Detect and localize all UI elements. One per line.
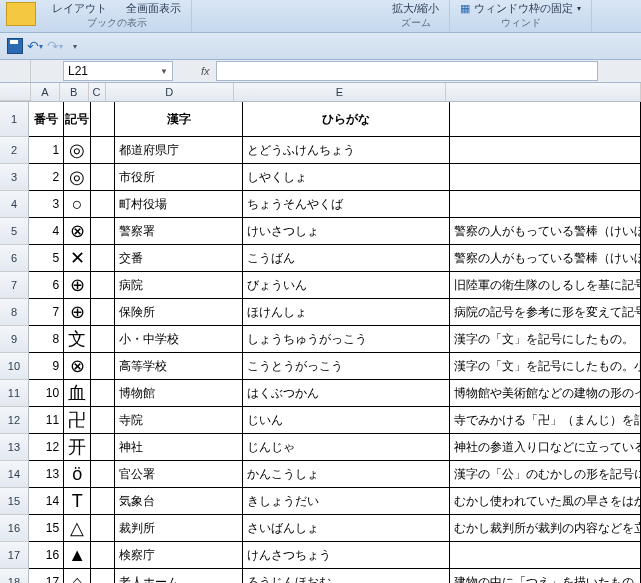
cell-description[interactable]: 病院の記号を参考に形を変えて記号にし xyxy=(450,299,641,326)
cell[interactable] xyxy=(91,272,115,299)
cell-symbol[interactable]: ◎ xyxy=(64,164,91,191)
cell-symbol[interactable]: ⊗ xyxy=(64,218,91,245)
fullscreen-btn[interactable]: 全画面表示 xyxy=(126,1,181,16)
col-header[interactable]: A xyxy=(31,83,60,101)
cell-kanji[interactable]: 都道府県庁 xyxy=(115,137,243,164)
cell-number[interactable]: 13 xyxy=(29,461,64,488)
cell-description[interactable]: 寺でみかける「卍」（まんじ）を記号にした xyxy=(450,407,641,434)
cell-kanji[interactable]: 保険所 xyxy=(115,299,243,326)
corner-cell[interactable] xyxy=(0,83,31,101)
row-header[interactable]: 12 xyxy=(0,407,29,434)
cell-hiragana[interactable]: ちょうそんやくば xyxy=(243,191,450,218)
row-header[interactable]: 17 xyxy=(0,542,29,569)
row-header[interactable]: 9 xyxy=(0,326,29,353)
cell-hiragana[interactable]: さいばんしょ xyxy=(243,515,450,542)
cell[interactable] xyxy=(91,380,115,407)
cell-symbol[interactable]: 开 xyxy=(64,434,91,461)
cell-description[interactable] xyxy=(450,137,641,164)
row-header[interactable]: 13 xyxy=(0,434,29,461)
cell-hiragana[interactable]: こうとうがっこう xyxy=(243,353,450,380)
header-cell[interactable] xyxy=(450,102,641,137)
col-header[interactable]: E xyxy=(234,83,446,101)
cell[interactable] xyxy=(91,515,115,542)
cell-symbol[interactable]: ö xyxy=(64,461,91,488)
cell-description[interactable]: 神社の参道入り口などに立っている鳥居 xyxy=(450,434,641,461)
cell-kanji[interactable]: 検察庁 xyxy=(115,542,243,569)
cell-description[interactable]: 博物館や美術館などの建物の形のイメー xyxy=(450,380,641,407)
cell-number[interactable]: 3 xyxy=(29,191,64,218)
col-header[interactable] xyxy=(446,83,641,101)
cell-symbol[interactable]: ⊗ xyxy=(64,353,91,380)
row-header[interactable]: 18 xyxy=(0,569,29,583)
cell-description[interactable] xyxy=(450,164,641,191)
cell-kanji[interactable]: 裁判所 xyxy=(115,515,243,542)
cell-kanji[interactable]: 町村役場 xyxy=(115,191,243,218)
cell-description[interactable]: むかし裁判所が裁判の内容などを立て札 xyxy=(450,515,641,542)
row-header[interactable]: 1 xyxy=(0,102,29,137)
cell-description[interactable]: 警察の人がもっている警棒（けいぼう）（も xyxy=(450,245,641,272)
row-header[interactable]: 6 xyxy=(0,245,29,272)
cell-hiragana[interactable]: かんこうしょ xyxy=(243,461,450,488)
cell-number[interactable]: 16 xyxy=(29,542,64,569)
cell-symbol[interactable]: ◎ xyxy=(64,137,91,164)
cell[interactable] xyxy=(91,164,115,191)
cell-hiragana[interactable]: しやくしょ xyxy=(243,164,450,191)
cell-hiragana[interactable]: けんさつちょう xyxy=(243,542,450,569)
chevron-down-icon[interactable]: ▼ xyxy=(160,67,168,76)
cell-hiragana[interactable]: ほけんしょ xyxy=(243,299,450,326)
row-header[interactable]: 2 xyxy=(0,137,29,164)
cell-symbol[interactable]: T xyxy=(64,488,91,515)
cell-description[interactable]: むかし使われていた風の早さをはかる風 xyxy=(450,488,641,515)
cell-kanji[interactable]: 官公署 xyxy=(115,461,243,488)
cell-hiragana[interactable]: ろうじんほおむ xyxy=(243,569,450,583)
cell[interactable] xyxy=(91,407,115,434)
cell[interactable] xyxy=(91,245,115,272)
row-header[interactable]: 7 xyxy=(0,272,29,299)
cell[interactable] xyxy=(91,299,115,326)
spreadsheet-grid[interactable]: A B C D E 1 番号 記号 漢字 ひらがな 2 1 ◎ 都道府県庁 とど… xyxy=(0,83,641,583)
cell[interactable] xyxy=(91,326,115,353)
cell-number[interactable]: 17 xyxy=(29,569,64,583)
cell-symbol[interactable]: ✕ xyxy=(64,245,91,272)
row-header[interactable]: 16 xyxy=(0,515,29,542)
cell[interactable] xyxy=(91,434,115,461)
cell-kanji[interactable]: 気象台 xyxy=(115,488,243,515)
cell-symbol[interactable]: ⊕ xyxy=(64,299,91,326)
cell-number[interactable]: 11 xyxy=(29,407,64,434)
cell[interactable] xyxy=(91,353,115,380)
row-header[interactable]: 10 xyxy=(0,353,29,380)
cell-number[interactable]: 4 xyxy=(29,218,64,245)
cell[interactable] xyxy=(91,137,115,164)
header-cell[interactable]: 記号 xyxy=(64,102,91,137)
cell[interactable] xyxy=(91,569,115,583)
row-header[interactable]: 11 xyxy=(0,380,29,407)
fx-icon[interactable]: fx xyxy=(201,65,210,77)
cell-symbol[interactable]: 血 xyxy=(64,380,91,407)
cell-number[interactable]: 14 xyxy=(29,488,64,515)
cell-hiragana[interactable]: しょうちゅうがっこう xyxy=(243,326,450,353)
cell-kanji[interactable]: 警察署 xyxy=(115,218,243,245)
cell-number[interactable]: 6 xyxy=(29,272,64,299)
cell-symbol[interactable]: △ xyxy=(64,515,91,542)
cell-description[interactable]: 旧陸軍の衛生隊のしるしを基に記号にし xyxy=(450,272,641,299)
cell[interactable] xyxy=(91,218,115,245)
cell-number[interactable]: 7 xyxy=(29,299,64,326)
qat-customize[interactable]: ▾ xyxy=(66,37,84,55)
undo-button[interactable]: ↶▾ xyxy=(26,37,44,55)
cell-kanji[interactable]: 小・中学校 xyxy=(115,326,243,353)
row-header[interactable]: 14 xyxy=(0,461,29,488)
col-header[interactable]: B xyxy=(60,83,89,101)
cell-number[interactable]: 12 xyxy=(29,434,64,461)
row-header[interactable]: 4 xyxy=(0,191,29,218)
cell-number[interactable]: 5 xyxy=(29,245,64,272)
cell-description[interactable] xyxy=(450,542,641,569)
cell-hiragana[interactable]: じんじゃ xyxy=(243,434,450,461)
cell-hiragana[interactable]: じいん xyxy=(243,407,450,434)
cell-symbol[interactable]: ⌂ xyxy=(64,569,91,583)
name-box[interactable]: L21▼ xyxy=(63,61,173,81)
cell-symbol[interactable]: ▲ xyxy=(64,542,91,569)
row-header[interactable]: 15 xyxy=(0,488,29,515)
folder-icon[interactable] xyxy=(6,2,36,26)
row-header[interactable]: 5 xyxy=(0,218,29,245)
cell[interactable] xyxy=(91,461,115,488)
